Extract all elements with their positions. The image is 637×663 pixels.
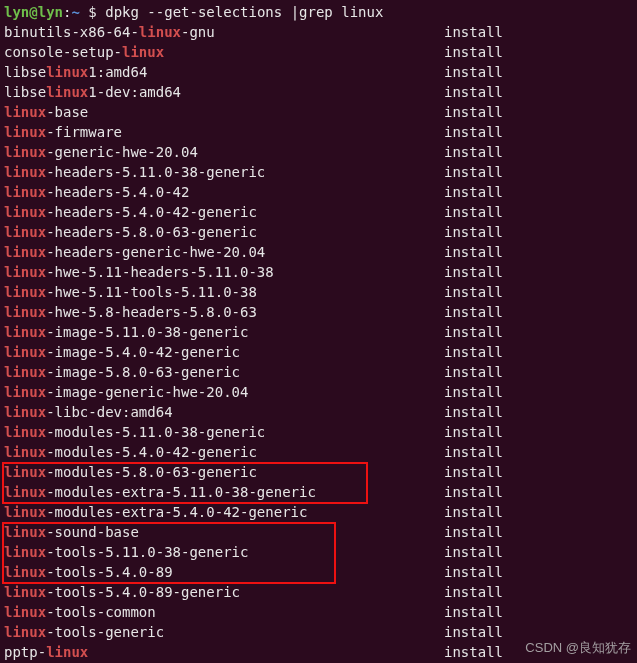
pkg-post: -sound-base (46, 524, 139, 540)
pkg-post: -headers-5.8.0-63-generic (46, 224, 257, 240)
package-name: console-setup-linux (4, 42, 444, 62)
output-line: linux-modules-5.11.0-38-genericinstall (4, 422, 633, 442)
grep-match: linux (4, 264, 46, 280)
pkg-post: -image-5.4.0-42-generic (46, 344, 240, 360)
output-line: linux-hwe-5.11-tools-5.11.0-38install (4, 282, 633, 302)
pkg-post: -hwe-5.8-headers-5.8.0-63 (46, 304, 257, 320)
output-line: linux-firmwareinstall (4, 122, 633, 142)
grep-match: linux (4, 524, 46, 540)
output-line: linux-modules-5.8.0-63-genericinstall (4, 462, 633, 482)
output-line: linux-image-5.11.0-38-genericinstall (4, 322, 633, 342)
package-status: install (444, 142, 503, 162)
package-name: linux-firmware (4, 122, 444, 142)
package-status: install (444, 242, 503, 262)
package-status: install (444, 402, 503, 422)
pkg-post: -image-generic-hwe-20.04 (46, 384, 248, 400)
grep-match: linux (4, 284, 46, 300)
output-line: linux-modules-extra-5.4.0-42-genericinst… (4, 502, 633, 522)
prompt-path: ~ (71, 2, 79, 22)
package-name: linux-tools-5.4.0-89-generic (4, 582, 444, 602)
output-line: linux-headers-5.4.0-42install (4, 182, 633, 202)
output-line: linux-tools-5.4.0-89install (4, 562, 633, 582)
grep-match: linux (4, 324, 46, 340)
package-status: install (444, 162, 503, 182)
package-name: linux-modules-5.8.0-63-generic (4, 462, 444, 482)
output-line: libselinux1:amd64install (4, 62, 633, 82)
pkg-post: -tools-5.11.0-38-generic (46, 544, 248, 560)
pkg-post: -base (46, 104, 88, 120)
grep-match: linux (4, 464, 46, 480)
output-line: linux-modules-5.4.0-42-genericinstall (4, 442, 633, 462)
pkg-pre: libse (4, 64, 46, 80)
pkg-post: -firmware (46, 124, 122, 140)
package-status: install (444, 42, 503, 62)
prompt-user: lyn (4, 2, 29, 22)
package-name: linux-headers-5.8.0-63-generic (4, 222, 444, 242)
pkg-post: 1-dev:amd64 (88, 84, 181, 100)
pkg-post: -image-5.11.0-38-generic (46, 324, 248, 340)
grep-match: linux (4, 204, 46, 220)
package-name: linux-hwe-5.8-headers-5.8.0-63 (4, 302, 444, 322)
grep-match: linux (4, 384, 46, 400)
package-name: linux-image-5.11.0-38-generic (4, 322, 444, 342)
output-line: linux-baseinstall (4, 102, 633, 122)
grep-match: linux (4, 544, 46, 560)
pkg-pre: pptp- (4, 644, 46, 660)
output-line: linux-headers-5.8.0-63-genericinstall (4, 222, 633, 242)
package-name: linux-generic-hwe-20.04 (4, 142, 444, 162)
pkg-post: -headers-5.4.0-42-generic (46, 204, 257, 220)
package-status: install (444, 642, 503, 662)
grep-match: linux (4, 104, 46, 120)
pkg-post: -modules-extra-5.4.0-42-generic (46, 504, 307, 520)
pkg-post: -generic-hwe-20.04 (46, 144, 198, 160)
pkg-post: -modules-5.8.0-63-generic (46, 464, 257, 480)
pkg-post: -tools-5.4.0-89 (46, 564, 172, 580)
package-name: linux-headers-generic-hwe-20.04 (4, 242, 444, 262)
pkg-post: -hwe-5.11-headers-5.11.0-38 (46, 264, 274, 280)
pkg-post: -modules-extra-5.11.0-38-generic (46, 484, 316, 500)
grep-match: linux (4, 424, 46, 440)
grep-match: linux (46, 64, 88, 80)
pkg-post: -tools-5.4.0-89-generic (46, 584, 240, 600)
grep-match: linux (4, 564, 46, 580)
output-line: linux-generic-hwe-20.04install (4, 142, 633, 162)
pkg-post: -modules-5.11.0-38-generic (46, 424, 265, 440)
prompt-colon: : (63, 2, 71, 22)
grep-match: linux (4, 604, 46, 620)
grep-match: linux (4, 244, 46, 260)
prompt-command: dpkg --get-selections |grep linux (105, 2, 383, 22)
package-status: install (444, 322, 503, 342)
grep-match: linux (46, 84, 88, 100)
pkg-post: -headers-5.11.0-38-generic (46, 164, 265, 180)
pkg-post: -gnu (181, 24, 215, 40)
package-status: install (444, 282, 503, 302)
package-status: install (444, 122, 503, 142)
package-name: linux-tools-5.4.0-89 (4, 562, 444, 582)
package-status: install (444, 62, 503, 82)
output-line: linux-sound-baseinstall (4, 522, 633, 542)
grep-match: linux (4, 124, 46, 140)
pkg-post: -image-5.8.0-63-generic (46, 364, 240, 380)
package-status: install (444, 562, 503, 582)
prompt-host: lyn (38, 2, 63, 22)
package-status: install (444, 462, 503, 482)
package-name: linux-tools-5.11.0-38-generic (4, 542, 444, 562)
prompt-space (97, 2, 105, 22)
pkg-pre: libse (4, 84, 46, 100)
package-name: linux-modules-extra-5.4.0-42-generic (4, 502, 444, 522)
package-name: linux-tools-generic (4, 622, 444, 642)
output-line: linux-headers-generic-hwe-20.04install (4, 242, 633, 262)
grep-match: linux (4, 444, 46, 460)
output-line: linux-hwe-5.8-headers-5.8.0-63install (4, 302, 633, 322)
package-status: install (444, 482, 503, 502)
prompt-line[interactable]: lyn@lyn:~ $ dpkg --get-selections |grep … (4, 2, 633, 22)
output-line: linux-headers-5.11.0-38-genericinstall (4, 162, 633, 182)
package-status: install (444, 342, 503, 362)
package-name: libselinux1-dev:amd64 (4, 82, 444, 102)
package-name: linux-base (4, 102, 444, 122)
package-name: linux-modules-extra-5.11.0-38-generic (4, 482, 444, 502)
grep-match: linux (4, 484, 46, 500)
package-name: libselinux1:amd64 (4, 62, 444, 82)
package-name: linux-hwe-5.11-headers-5.11.0-38 (4, 262, 444, 282)
package-status: install (444, 522, 503, 542)
